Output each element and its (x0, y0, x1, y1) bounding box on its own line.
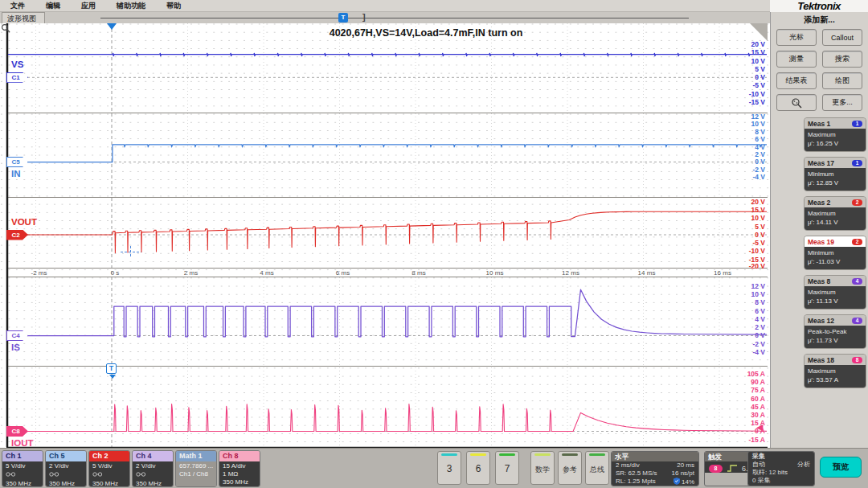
channel-badge-ch-2[interactable]: Ch 2 5 V/div 350 MHz (88, 450, 130, 487)
acquisition-panel[interactable]: 采集 自动分析 取样: 12 bits 0 采集 (747, 451, 815, 486)
svg-text:5 V: 5 V (755, 223, 765, 231)
svg-text:15 V: 15 V (751, 206, 766, 214)
channel-badge-ch-5[interactable]: Ch 5 2 V/div 350 MHz (45, 450, 87, 487)
channel-badge-math-1[interactable]: Math 1 657.7869 ...Ch1 / Ch8 (175, 450, 217, 487)
svg-text:16 ms: 16 ms (714, 269, 731, 277)
sidebar-button-5[interactable]: 绘图 (822, 72, 862, 89)
sample-rate: SR: 62.5 MS/s (616, 470, 657, 478)
meas-card-meas-2[interactable]: Meas 2 2 Maximum μ': 14.11 V (804, 196, 866, 231)
svg-text:105 A: 105 A (747, 370, 765, 378)
channel-badge-name: Ch 2 (89, 451, 129, 461)
probe-coupling-icon (136, 471, 146, 478)
meas-card-meas-1[interactable]: Meas 1 1 Maximum μ': 16.25 V (804, 117, 866, 152)
sidebar-button-2[interactable]: 测量 (776, 51, 817, 68)
sidebar-button-zoom-tool[interactable] (776, 94, 817, 111)
menu-item-4[interactable]: 帮助 (156, 0, 191, 12)
overview-window-bracket[interactable]: ] (362, 12, 366, 22)
svg-text:2 ms: 2 ms (184, 269, 198, 277)
inactive-channel-button-3[interactable]: 3 (437, 451, 461, 485)
compression-shield-icon (674, 478, 680, 485)
channel-color-stripe (441, 453, 457, 456)
svg-text:20 V: 20 V (751, 40, 766, 48)
meas-card-meas-8[interactable]: Meas 8 4 Maximum μ': 11.13 V (804, 275, 866, 310)
svg-text:-15 A: -15 A (749, 436, 765, 444)
meas-card-header: Meas 19 2 (805, 236, 866, 247)
horizontal-panel[interactable]: 水平 2 ms/div20 ms SR: 62.5 MS/s16 ns/pt R… (611, 451, 699, 486)
menu-item-3[interactable]: 辅助功能 (106, 0, 156, 12)
inactive-channel-button-6[interactable]: 6 (466, 451, 490, 485)
svg-text:2 V: 2 V (755, 323, 765, 331)
record-overview-bar[interactable] (100, 18, 689, 18)
meas-source-badge: 4 (852, 318, 862, 324)
probe-coupling-icon (92, 471, 103, 478)
svg-text:10 V: 10 V (751, 290, 766, 298)
inactive-channel-button-7[interactable]: 7 (495, 451, 519, 485)
bottom-button-0[interactable]: 数学 (530, 451, 555, 485)
channel-badge-ch-1[interactable]: Ch 1 5 V/div 350 MHz (2, 450, 43, 487)
meas-value: μ': 12.85 V (808, 179, 862, 188)
meas-card-header: Meas 8 4 (805, 276, 866, 286)
meas-name: Meas 18 (808, 356, 834, 364)
meas-source-badge: 1 (852, 121, 862, 127)
svg-text:20 V: 20 V (751, 198, 766, 206)
resolution: 16 ns/pt (672, 470, 694, 478)
overview-trigger-handle[interactable]: T (338, 13, 348, 23)
bottom-button-1[interactable]: 参考 (558, 451, 582, 485)
trigger-position-marker-icon[interactable] (107, 23, 117, 30)
svg-text:8 ms: 8 ms (411, 269, 425, 277)
menu-item-1[interactable]: 编辑 (35, 0, 71, 12)
svg-text:12 ms: 12 ms (562, 269, 579, 277)
sidebar-button-0[interactable]: 光标 (776, 29, 817, 46)
svg-text:-10 V: -10 V (749, 90, 766, 98)
sidebar-button-7[interactable]: 更多... (822, 94, 862, 111)
zoom-corner-control[interactable] (750, 23, 768, 41)
zoom-tool-icon (790, 97, 803, 109)
channel-badge-line: 350 MHz (49, 480, 86, 487)
meas-source-badge: 8 (852, 357, 862, 363)
menu-item-2[interactable]: 应用 (71, 0, 106, 12)
svg-text:-20 V: -20 V (749, 262, 766, 270)
meas-source-badge: 4 (852, 278, 862, 285)
svg-text:-4 V: -4 V (752, 173, 765, 181)
svg-text:6 ms: 6 ms (336, 269, 350, 277)
channel-badge-line: 2 V/div (136, 462, 173, 470)
sidebar-button-4[interactable]: 结果表 (776, 72, 817, 89)
horizontal-scale: 2 ms/div (616, 461, 640, 470)
sidebar-button-1[interactable]: Callout (822, 29, 862, 46)
svg-text:-5 V: -5 V (752, 81, 765, 89)
meas-card-body: Minimum μ': 12.85 V (805, 168, 866, 191)
meas-card-header: Meas 1 1 (805, 118, 866, 129)
menu-item-0[interactable]: 文件 (0, 0, 35, 12)
meas-card-header: Meas 18 8 (805, 355, 866, 365)
meas-card-meas-12[interactable]: Meas 12 4 Peak-to-Peak μ': 11.73 V (804, 314, 866, 349)
meas-card-meas-19[interactable]: Meas 19 2 Minimum μ': -11.03 V (804, 236, 866, 270)
tab-waveform-view[interactable]: 波形视图 (2, 12, 45, 23)
meas-card-body: Maximum μ': 11.13 V (805, 286, 866, 309)
svg-text:0 s: 0 s (111, 269, 120, 277)
channel-badge-name: Ch 8 (219, 451, 260, 461)
meas-stat: Minimum (808, 170, 862, 179)
meas-source-badge: 2 (852, 199, 862, 206)
menu-bar: 文件编辑应用辅助功能帮助 (0, 0, 770, 12)
trigger-t-badge[interactable]: T (106, 363, 117, 374)
sidebar: 添加新... 光标Callout测量搜索结果表绘图 更多... Meas 1 1… (770, 12, 868, 448)
channel-badge-line: 1 MΩ (223, 470, 260, 478)
preview-button[interactable]: 预览 (820, 457, 862, 478)
meas-card-meas-18[interactable]: Meas 18 8 Maximum μ': 53.57 A (804, 354, 866, 388)
meas-card-body: Minimum μ': -11.03 V (805, 247, 866, 269)
meas-source-badge: 1 (852, 160, 862, 166)
measurement-list: Meas 1 1 Maximum μ': 16.25 V Meas 17 1 M… (771, 117, 868, 393)
channel-badge-body: 2 V/div 350 MHz (46, 461, 86, 487)
sidebar-button-3[interactable]: 搜索 (822, 51, 862, 68)
meas-card-meas-17[interactable]: Meas 17 1 Minimum μ': 12.85 V (804, 157, 866, 191)
channel-badge-ch-4[interactable]: Ch 4 2 V/div 350 MHz (132, 450, 174, 487)
channel-badge-ch-8[interactable]: Ch 8 15 A/div1 MΩ350 MHz (219, 450, 260, 487)
trigger-level-arrow-icon[interactable]: ◀ (756, 422, 763, 433)
meas-stat: Maximum (808, 210, 862, 219)
meas-value: μ': -11.03 V (808, 258, 862, 267)
svg-text:-15 V: -15 V (749, 98, 766, 106)
bottom-button-2[interactable]: 总线 (585, 451, 609, 485)
acquisition-count: 0 采集 (752, 477, 771, 485)
svg-text:-2 ms: -2 ms (31, 269, 47, 277)
svg-text:10 V: 10 V (751, 57, 766, 65)
